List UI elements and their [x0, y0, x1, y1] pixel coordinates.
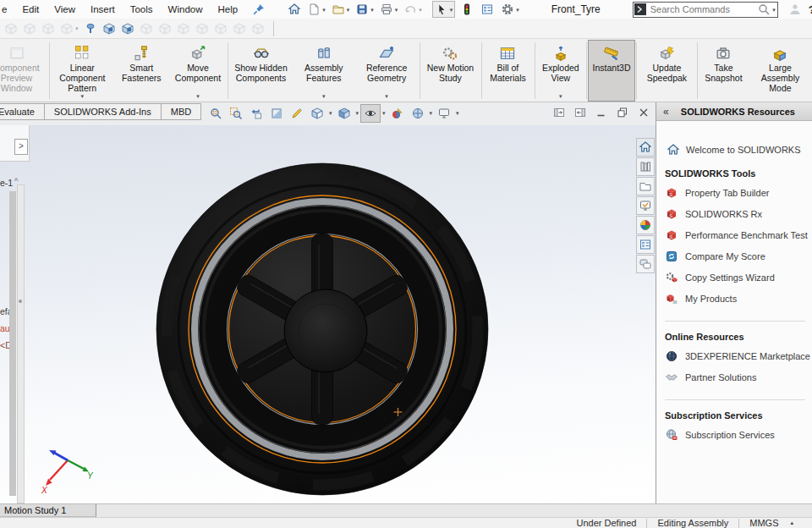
hide-show-items-button[interactable] [360, 104, 381, 123]
view-orientation-button[interactable] [307, 104, 327, 123]
menu-item-file-partial[interactable]: e [0, 4, 14, 14]
user-account-icon[interactable] [788, 3, 802, 16]
bill-of-materials-button[interactable]: Bill of Materials [482, 40, 533, 102]
menu-item-view[interactable]: View [47, 4, 83, 14]
edit-appearance-button[interactable] [387, 104, 408, 123]
caret-down-icon[interactable]: ▾ [456, 110, 459, 117]
graphics-viewport[interactable]: X Y [0, 125, 656, 503]
select-button[interactable]: ▾ [432, 1, 456, 18]
menu-item-edit[interactable]: Edit [14, 4, 47, 14]
linear-component-pattern-button[interactable]: Linear Component Pattern▾ [51, 40, 114, 102]
new-motion-study-button[interactable]: New Motion Study [420, 40, 480, 102]
take-snapshot-button[interactable]: Take Snapshot [699, 40, 749, 102]
caret-down-icon[interactable]: ▾ [329, 110, 332, 117]
tab-solidworks-add-ins[interactable]: SOLIDWORKS Add-Ins [44, 103, 162, 120]
caret-down-icon[interactable]: ▾ [382, 110, 386, 117]
open-button[interactable]: ▾ [330, 2, 352, 17]
copy-settings-wizard-link[interactable]: Copy Settings Wizard [665, 270, 805, 284]
subscription-services-link[interactable]: Subscription Services [665, 427, 805, 442]
zoom-to-fit-button[interactable] [206, 104, 226, 123]
menu-item-window[interactable]: Window [161, 4, 211, 14]
smart-fasteners-button[interactable]: Smart Fasteners [114, 40, 169, 102]
my-products-link[interactable]: My Products [665, 291, 805, 305]
assembly-tool-button[interactable] [41, 22, 55, 36]
property-tab-builder-link[interactable]: SProperty Tab Builder [665, 185, 805, 200]
assembly-tool-button[interactable] [84, 22, 97, 36]
assembly-tool-button[interactable] [140, 22, 153, 36]
menu-item-tools[interactable]: Tools [123, 4, 161, 14]
search-launch-icon[interactable] [634, 3, 647, 16]
assembly-tool-button[interactable] [4, 22, 18, 36]
wheel-assembly-model[interactable]: X Y [0, 125, 656, 503]
assembly-features-button[interactable]: Assembly Features▾ [293, 40, 355, 102]
display-style-button[interactable] [334, 104, 354, 123]
file-explorer-tab[interactable] [636, 177, 655, 195]
menu-item-insert[interactable]: Insert [83, 4, 123, 14]
assembly-tool-button[interactable] [121, 22, 134, 36]
motion-study-tab[interactable]: Motion Study 1 [0, 504, 96, 517]
tree-item-fragment[interactable]: <De [0, 340, 9, 350]
caret-up-icon[interactable]: ▴ [790, 520, 793, 526]
view-palette-tab[interactable] [636, 196, 655, 215]
menu-item-help[interactable]: Help [210, 4, 245, 14]
appearances-scenes-tab[interactable] [636, 216, 655, 234]
custom-properties-tab[interactable] [636, 235, 655, 254]
pin-icon[interactable] [252, 3, 266, 16]
search-icon[interactable] [757, 3, 771, 16]
design-library-tab[interactable] [636, 157, 655, 176]
viewport-restore-button[interactable] [616, 106, 629, 119]
caret-down-icon[interactable]: ▾ [772, 7, 776, 13]
undo-button[interactable]: ▾ [402, 2, 424, 17]
move-component-button[interactable]: Move Component▾ [169, 40, 228, 102]
viewport-minimize-button[interactable] [595, 106, 608, 119]
tab-evaluate[interactable]: Evaluate [0, 103, 45, 120]
panel-splitter[interactable] [17, 184, 25, 503]
assembly-tool-button[interactable] [251, 22, 265, 36]
tab-mbd[interactable]: MBD [161, 103, 201, 120]
search-input[interactable] [647, 4, 757, 14]
solidworks-rx-link[interactable]: SSOLIDWORKS Rx [665, 206, 805, 221]
hub[interactable] [284, 289, 367, 372]
assembly-tool-button[interactable] [214, 22, 228, 36]
save-button[interactable]: ▾ [354, 2, 376, 17]
assembly-tool-button[interactable] [158, 22, 172, 36]
assembly-tool-button[interactable] [102, 22, 116, 36]
partner-solutions-link[interactable]: Partner Solutions [665, 370, 805, 384]
assembly-tool-button[interactable] [177, 22, 190, 36]
expand-tree-button[interactable]: > [14, 139, 28, 155]
splitter-handle[interactable] [19, 300, 22, 303]
tree-scrollbar[interactable] [9, 191, 16, 496]
settings-button[interactable]: ▾ [499, 2, 521, 17]
assembly-tool-button[interactable]: ▾ [60, 22, 79, 36]
options-list-button[interactable] [479, 2, 496, 17]
print-button[interactable]: ▾ [378, 2, 400, 17]
welcome-link[interactable]: Welcome to SOLIDWORKS [667, 143, 805, 157]
assembly-tool-button[interactable] [233, 22, 246, 36]
show-hidden-components-button[interactable]: Show Hidden Components [229, 40, 293, 102]
tree-node-fragment[interactable]: e-1 [0, 178, 13, 188]
left-pane-toggle-button[interactable] [552, 106, 566, 119]
tree-item-fragment[interactable]: efa [0, 306, 9, 316]
3dexperience-marketplace-link[interactable]: 3DEXPERIENCE Marketplace [665, 349, 805, 363]
home-button[interactable] [286, 2, 303, 17]
large-assembly-mode-button[interactable]: Large Assembly Mode [749, 40, 812, 102]
new-document-button[interactable]: ▾ [305, 2, 327, 17]
reference-geometry-button[interactable]: Reference Geometry▾ [355, 40, 419, 102]
tree-item-fragment[interactable]: aul [0, 323, 9, 333]
collapse-pane-button[interactable]: « [656, 106, 676, 118]
search-box[interactable]: ▾ [633, 2, 778, 18]
performance-benchmark-test-link[interactable]: SPerformance Benchmark Test [665, 228, 805, 242]
units-selector[interactable]: MMGS [749, 518, 778, 528]
apply-scene-button[interactable] [408, 104, 428, 123]
caret-down-icon[interactable]: ▾ [430, 110, 433, 117]
compare-my-score-link[interactable]: Compare My Score [665, 249, 805, 263]
update-speedpak-button[interactable]: Update Speedpak [638, 40, 696, 102]
assembly-tool-button[interactable] [23, 22, 36, 36]
assembly-tool-button[interactable] [195, 22, 209, 36]
solidworks-forum-tab[interactable] [636, 255, 655, 273]
instant3d-button[interactable]: Instant3D [588, 40, 635, 102]
section-view-button[interactable] [266, 104, 287, 123]
right-pane-toggle-button[interactable] [573, 106, 587, 119]
solidworks-resources-tab[interactable] [636, 138, 655, 157]
viewport-close-button[interactable] [637, 106, 650, 119]
